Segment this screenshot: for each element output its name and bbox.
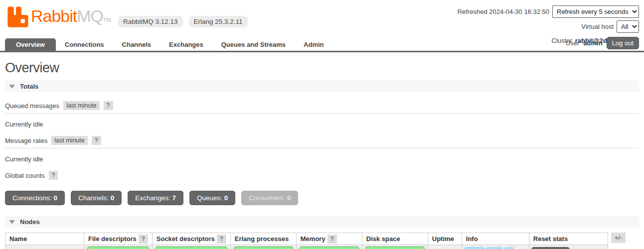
socket-descriptors-bar: 0	[156, 247, 227, 249]
queued-messages-help-icon[interactable]: ?	[104, 101, 113, 110]
info-badge-count: 2	[504, 247, 514, 249]
virtual-host-label: Virtual host	[581, 23, 614, 30]
col-header-info: Info	[462, 233, 529, 245]
global-counts-buttons: Connections: 0 Channels: 0 Exchanges: 7 …	[5, 191, 639, 205]
nodes-table-wrap: Name File descriptors? Socket descriptor…	[5, 233, 639, 249]
nodes-table-header-row: Name File descriptors? Socket descriptor…	[5, 233, 608, 245]
erlang-processes-cell: 391 1048576 available	[230, 245, 296, 249]
socket-descriptors-cell: 0 966367545 available	[152, 245, 230, 249]
global-counts-heading: Global counts ?	[5, 171, 639, 183]
user-area: User admin Log out	[566, 37, 639, 51]
channels-count-button[interactable]: Channels: 0	[71, 191, 122, 205]
file-descriptors-bar: 37	[87, 247, 149, 249]
memory-bar: 143 MiB	[300, 247, 359, 249]
info-badge-disc: disc	[486, 247, 503, 249]
consumers-count-button: Consumers: 0	[241, 191, 298, 205]
reset-this-node-button[interactable]: This node	[531, 247, 570, 249]
tab-admin[interactable]: Admin	[295, 38, 332, 51]
file-descriptors-cell: 37 1073741816 available	[84, 245, 153, 249]
erlang-version-badge: Erlang 25.3.2.11	[189, 16, 248, 27]
col-header-name: Name	[5, 233, 84, 245]
logo-mq: MQ	[77, 6, 103, 25]
message-rates-range-badge[interactable]: last minute	[51, 136, 87, 145]
uptime-cell: 0m 53s	[428, 245, 462, 249]
col-header-reset-stats: Reset stats	[529, 233, 608, 245]
info-badge-basic: basic	[464, 247, 484, 249]
collapse-arrow-icon	[9, 85, 15, 89]
totals-section-title: Totals	[20, 83, 38, 90]
tab-connections[interactable]: Connections	[56, 38, 113, 51]
rabbitmq-version-badge: RabbitMQ 3.12.13	[118, 16, 183, 27]
nodes-section-title: Nodes	[20, 218, 40, 226]
erlang-processes-bar: 391	[234, 247, 293, 249]
virtual-host-select[interactable]: All	[617, 20, 639, 33]
message-rates-idle-text: Currently idle	[5, 155, 639, 163]
main-nav: Overview Connections Channels Exchanges …	[0, 39, 644, 52]
column-selector-button[interactable]: +/-	[611, 233, 626, 243]
disk-space-bar: 67 GiB	[365, 247, 425, 249]
rabbitmq-logo-icon	[7, 6, 29, 28]
col-header-socket-descriptors: Socket descriptors?	[152, 233, 230, 245]
user-name: admin	[583, 39, 602, 47]
header: RabbitMQTM RabbitMQ 3.12.13 Erlang 25.3.…	[5, 0, 639, 39]
collapse-arrow-icon	[9, 220, 15, 224]
refreshed-timestamp: Refreshed 2024-04-30 16:32:50	[458, 8, 549, 15]
col-header-disk-space: Disk space	[362, 233, 428, 245]
reset-stats-cell: This nodeAll nodes	[529, 245, 608, 249]
logo-tm: TM	[103, 17, 111, 23]
nodes-table: Name File descriptors? Socket descriptor…	[5, 233, 608, 249]
rabbitmq-management-page: RabbitMQTM RabbitMQ 3.12.13 Erlang 25.3.…	[0, 0, 644, 249]
page-title: Overview	[5, 60, 639, 76]
queued-messages-label: Queued messages	[5, 102, 59, 110]
header-status: Refreshed 2024-04-30 16:32:50 Refresh ev…	[458, 4, 639, 39]
connections-count-button[interactable]: Connections: 0	[5, 191, 65, 205]
exchanges-count-button[interactable]: Exchanges: 7	[128, 191, 183, 205]
queued-messages-idle-text: Currently idle	[5, 121, 639, 128]
col-header-file-descriptors: File descriptors?	[84, 233, 153, 245]
col-header-erlang-processes: Erlang processes	[230, 233, 296, 245]
refresh-row: Refreshed 2024-04-30 16:32:50 Refresh ev…	[458, 5, 639, 18]
tab-exchanges[interactable]: Exchanges	[160, 38, 212, 51]
node-name-cell: rabbit@2d4f0fdf0306	[5, 245, 84, 249]
virtual-host-row: Virtual host All	[458, 20, 639, 33]
logo[interactable]: RabbitMQTM RabbitMQ 3.12.13 Erlang 25.3.…	[5, 4, 248, 39]
queued-messages-heading: Queued messages last minute ?	[5, 101, 639, 114]
col-header-memory: Memory?	[296, 233, 362, 245]
logo-rabbit: Rabbit	[31, 6, 77, 25]
user-label: User	[566, 39, 579, 47]
tab-queues-and-streams[interactable]: Queues and Streams	[212, 38, 295, 51]
memory-cell: 143 MiB 6.0 GiB high watermark	[296, 245, 362, 249]
queued-messages-range-badge[interactable]: last minute	[63, 101, 99, 110]
refresh-interval-select[interactable]: Refresh every 5 seconds	[552, 5, 639, 18]
global-counts-label: Global counts	[5, 172, 45, 179]
global-counts-help-icon[interactable]: ?	[49, 171, 58, 180]
version-badges: RabbitMQ 3.12.13 Erlang 25.3.2.11	[118, 16, 248, 27]
nodes-section-header[interactable]: Nodes	[5, 216, 639, 228]
file-descriptors-help-icon[interactable]: ?	[139, 235, 148, 244]
memory-help-icon[interactable]: ?	[327, 235, 337, 244]
node-row: rabbit@2d4f0fdf0306 37 1073741816 availa…	[5, 245, 608, 249]
disk-space-cell: 67 GiB 48 MiB low watermark	[362, 245, 428, 249]
message-rates-help-icon[interactable]: ?	[92, 136, 101, 145]
queues-count-button[interactable]: Queues: 0	[189, 191, 235, 205]
logout-button[interactable]: Log out	[607, 37, 639, 49]
info-cell: basicdisc2rss	[462, 245, 529, 249]
logo-text: RabbitMQTM	[31, 5, 111, 31]
socket-descriptors-help-icon[interactable]: ?	[217, 235, 226, 244]
totals-section-header[interactable]: Totals	[5, 81, 639, 92]
tab-overview[interactable]: Overview	[5, 38, 56, 51]
message-rates-heading: Message rates last minute ?	[5, 136, 639, 148]
message-rates-label: Message rates	[5, 137, 47, 144]
tab-channels[interactable]: Channels	[113, 38, 161, 51]
col-header-uptime: Uptime	[428, 233, 462, 245]
